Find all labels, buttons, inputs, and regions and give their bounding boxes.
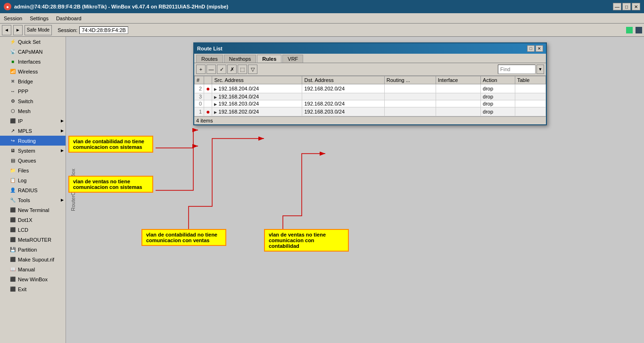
table-row[interactable]: 3 ▶ 192.168.204.0/24 drop (195, 93, 546, 100)
minimize-button[interactable]: — (613, 3, 621, 10)
sidebar-item-routing[interactable]: ↪ Routing (0, 136, 66, 146)
sidebar-label-quick-set: Quick Set (18, 39, 41, 45)
sidebar: ⚡ Quick Set 📡 CAPsMAN ■ Interfaces 📶 Wir… (0, 37, 66, 343)
window-maximize-button[interactable]: □ (527, 45, 535, 52)
back-button[interactable]: ◄ (2, 25, 11, 35)
annotation-box-1: vlan de contabilidad no tiene comunicaci… (68, 136, 153, 153)
sidebar-item-radius[interactable]: 👤 RADIUS (0, 185, 66, 195)
sidebar-item-make-supout[interactable]: ⬛ Make Supout.rif (0, 254, 66, 264)
sidebar-item-interfaces[interactable]: ■ Interfaces (0, 57, 66, 66)
safe-mode-button[interactable]: Safe Mode (25, 25, 52, 35)
route-table-container: # Src. Address Dst. Address Routing ... … (194, 76, 546, 116)
metarouter-icon: ⬛ (9, 237, 16, 243)
enable-button[interactable]: ✓ (217, 65, 226, 74)
cell-src: ▶ 192.168.204.0/24 (212, 93, 302, 100)
sidebar-label-capsman: CAPsMAN (18, 49, 43, 55)
menu-dashboard[interactable]: Dashboard (54, 15, 83, 22)
sidebar-item-quick-set[interactable]: ⚡ Quick Set (0, 37, 66, 47)
maximize-button[interactable]: □ (622, 3, 631, 10)
cell-num: 0 (195, 100, 204, 107)
sidebar-item-mpls[interactable]: ↗ MPLS ▶ (0, 126, 66, 136)
table-row[interactable]: 2 ● ▶ 192.168.204.0/24 192.168.202.0/24 … (195, 84, 546, 93)
col-header-action[interactable]: Action (481, 76, 515, 84)
col-header-src[interactable]: Src. Address (212, 76, 302, 84)
cell-table (515, 84, 545, 93)
sidebar-item-new-terminal[interactable]: ⬛ New Terminal (0, 205, 66, 215)
table-row[interactable]: 0 ▶ 192.168.203.0/24 192.168.202.0/24 dr… (195, 100, 546, 107)
sidebar-item-tools[interactable]: 🔧 Tools ▶ (0, 195, 66, 205)
sidebar-item-queues[interactable]: ▤ Queues (0, 155, 66, 165)
sidebar-item-exit[interactable]: ⬛ Exit (0, 284, 66, 294)
cell-dot: ● (204, 107, 212, 116)
col-header-routing[interactable]: Routing ... (384, 76, 436, 84)
tab-routes[interactable]: Routes (196, 55, 223, 63)
window-close-button[interactable]: ✕ (536, 45, 543, 52)
sidebar-label-partition: Partition (18, 247, 37, 253)
lcd-icon: ⬛ (9, 227, 16, 233)
sidebar-item-wireless[interactable]: 📶 Wireless (0, 66, 66, 76)
sidebar-item-log[interactable]: 📋 Log (0, 175, 66, 185)
sidebar-item-manual[interactable]: 📖 Manual (0, 264, 66, 274)
sidebar-item-mesh[interactable]: ⬡ Mesh (0, 106, 66, 116)
partition-icon: 💾 (9, 246, 16, 253)
col-header-num[interactable]: # (195, 76, 204, 84)
cell-interface (436, 107, 480, 116)
sidebar-label-manual: Manual (18, 267, 35, 272)
menu-session[interactable]: Session (2, 15, 24, 22)
col-header-dot[interactable] (204, 76, 212, 84)
remove-button[interactable]: — (206, 65, 216, 74)
sidebar-label-system: System (18, 148, 35, 154)
cell-table (515, 107, 545, 116)
cell-action: drop (481, 100, 515, 107)
find-input[interactable] (498, 65, 536, 74)
col-header-interface[interactable]: Interface (436, 76, 480, 84)
sidebar-item-files[interactable]: 📁 Files (0, 165, 66, 175)
table-row[interactable]: 1 ● ▶ 192.168.202.0/24 192.168.203.0/24 … (195, 107, 546, 116)
item-count: 4 items (196, 118, 213, 123)
sidebar-item-ppp[interactable]: ↔ PPP (0, 86, 66, 96)
col-header-dst[interactable]: Dst. Address (302, 76, 384, 84)
find-dropdown-button[interactable]: ▼ (537, 65, 544, 74)
sidebar-label-dot1x: Dot1X (18, 217, 33, 223)
filter-button[interactable]: ▽ (248, 65, 257, 74)
disable-button[interactable]: ✗ (227, 65, 237, 74)
cell-routing (384, 93, 436, 100)
new-terminal-icon: ⬛ (9, 207, 16, 213)
cell-table (515, 100, 545, 107)
cell-action: drop (481, 93, 515, 100)
quick-set-icon: ⚡ (9, 39, 16, 45)
title-bar: ● admin@74:4D:28:B9:F4:2B (MikroTik) - W… (0, 0, 644, 13)
route-list-window: Route List □ ✕ Routes Nexthops Rules VRF… (193, 42, 547, 125)
sidebar-label-mesh: Mesh (18, 108, 31, 114)
title-bar-controls: — □ ✕ (613, 3, 640, 10)
copy-button[interactable]: ⬚ (238, 65, 247, 74)
forward-button[interactable]: ► (13, 25, 23, 35)
sidebar-label-metarouter: MetaROUTER (18, 237, 51, 243)
mpls-icon: ↗ (9, 128, 16, 134)
tab-nexthops[interactable]: Nexthops (224, 55, 256, 63)
add-button[interactable]: + (196, 65, 206, 74)
cell-dot: ● (204, 84, 212, 93)
col-header-table[interactable]: Table (515, 76, 545, 84)
manual-icon: 📖 (9, 266, 16, 273)
sidebar-item-switch[interactable]: ⚙ Switch (0, 96, 66, 106)
sidebar-item-partition[interactable]: 💾 Partition (0, 245, 66, 254)
sidebar-item-dot1x[interactable]: ⬛ Dot1X (0, 215, 66, 225)
ip-arrow-icon: ▶ (61, 119, 64, 123)
sidebar-item-capsman[interactable]: 📡 CAPsMAN (0, 47, 66, 57)
cell-src: ▶ 192.168.204.0/24 (212, 84, 302, 93)
capsman-icon: 📡 (9, 49, 16, 55)
main-toolbar: ◄ ► Safe Mode Session: 74:4D:28:B9:F4:2B (0, 24, 644, 37)
sidebar-item-ip[interactable]: ⬛ IP ▶ (0, 116, 66, 126)
menu-settings[interactable]: Settings (28, 15, 50, 22)
sidebar-item-new-winbox[interactable]: ⬛ New WinBox (0, 274, 66, 284)
sidebar-item-metarouter[interactable]: ⬛ MetaROUTER (0, 235, 66, 245)
tab-rules[interactable]: Rules (257, 55, 281, 63)
tab-vrf[interactable]: VRF (282, 55, 303, 63)
sidebar-item-lcd[interactable]: ⬛ LCD (0, 225, 66, 235)
cell-dst (302, 93, 384, 100)
sidebar-item-system[interactable]: 🖥 System ▶ (0, 146, 66, 155)
sidebar-item-bridge[interactable]: ✖ Bridge (0, 76, 66, 86)
close-button[interactable]: ✕ (632, 3, 640, 10)
window-titlebar: Route List □ ✕ (194, 43, 546, 54)
